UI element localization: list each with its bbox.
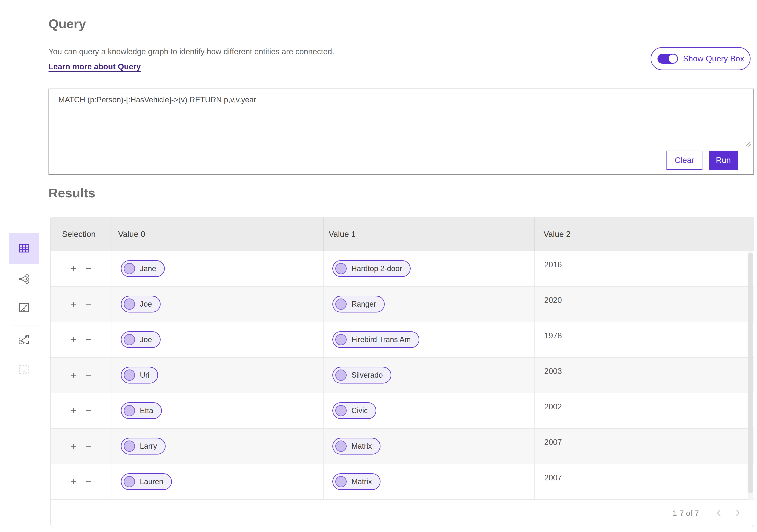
remove-selection-button[interactable]: − xyxy=(85,406,91,416)
table-scrollbar-thumb[interactable] xyxy=(747,253,753,493)
remove-selection-button[interactable]: − xyxy=(85,370,91,380)
query-description: You can query a knowledge graph to ident… xyxy=(48,47,334,56)
node-label: Larry xyxy=(140,442,157,451)
chevron-left-icon xyxy=(716,509,721,518)
add-selection-button[interactable]: + xyxy=(70,406,76,416)
map-view-icon xyxy=(19,303,29,313)
node-circle-icon xyxy=(124,370,135,381)
value2-cell: 2020 xyxy=(535,287,754,322)
node-label: Hardtop 2-door xyxy=(351,264,402,273)
vehicle-node-pill[interactable]: Matrix xyxy=(332,473,380,490)
value1-cell: Firebird Trans Am xyxy=(324,322,535,357)
selection-cell: + − xyxy=(50,429,111,464)
table-row: + − Uri Silverado 2003 xyxy=(50,358,754,393)
selection-cell: + − xyxy=(50,464,111,499)
next-page-button[interactable] xyxy=(735,509,741,518)
results-section-title: Results xyxy=(48,185,95,200)
vehicle-node-pill[interactable]: Ranger xyxy=(332,296,385,313)
value2-cell: 2002 xyxy=(535,393,754,428)
sidebar-item-map-view[interactable] xyxy=(9,298,39,318)
table-view-icon xyxy=(19,244,29,253)
person-node-pill[interactable]: Uri xyxy=(121,367,158,383)
node-label: Silverado xyxy=(351,371,383,379)
selection-cell: + − xyxy=(50,287,111,322)
vehicle-node-pill[interactable]: Silverado xyxy=(332,367,391,383)
vehicle-node-pill[interactable]: Hardtop 2-door xyxy=(332,260,410,277)
remove-selection-button[interactable]: − xyxy=(85,477,91,487)
sidebar-item-table-view[interactable] xyxy=(9,233,39,264)
query-page: Query You can query a knowledge graph to… xyxy=(0,0,757,532)
table-scrollbar-track[interactable] xyxy=(747,251,753,500)
node-label: Jane xyxy=(140,264,156,273)
node-circle-icon xyxy=(335,298,347,310)
value1-cell: Civic xyxy=(324,393,535,428)
selection-cell: + − xyxy=(50,393,111,428)
table-row: + − Lauren Matrix 2007 xyxy=(50,464,754,500)
value1-cell: Matrix xyxy=(324,464,535,499)
toggle-knob xyxy=(669,54,677,63)
show-query-box-toggle[interactable]: Show Query Box xyxy=(651,47,750,70)
remove-selection-button[interactable]: − xyxy=(85,335,91,345)
node-label: Joe xyxy=(140,335,152,344)
sidebar-item-network-view[interactable] xyxy=(9,269,39,289)
network-view-icon xyxy=(18,274,29,285)
query-input[interactable]: MATCH (p:Person)-[:HasVehicle]->(v) RETU… xyxy=(49,89,753,146)
sidebar-divider xyxy=(12,325,39,325)
remove-selection-button[interactable]: − xyxy=(85,441,91,451)
toggle-switch-icon xyxy=(657,54,678,64)
node-circle-icon xyxy=(124,263,135,274)
node-circle-icon xyxy=(335,476,347,487)
run-button[interactable]: Run xyxy=(709,151,738,170)
person-node-pill[interactable]: Etta xyxy=(121,402,162,419)
clear-button[interactable]: Clear xyxy=(666,151,703,170)
add-selection-button[interactable]: + xyxy=(70,299,76,309)
vehicle-node-pill[interactable]: Matrix xyxy=(332,438,380,455)
person-node-pill[interactable]: Larry xyxy=(121,438,166,455)
value0-cell: Larry xyxy=(111,429,324,464)
vehicle-node-pill[interactable]: Firebird Trans Am xyxy=(332,331,419,348)
value2-cell: 2016 xyxy=(535,251,754,286)
column-header-value1: Value 1 xyxy=(324,217,535,251)
query-editor-panel: MATCH (p:Person)-[:HasVehicle]->(v) RETU… xyxy=(48,89,754,175)
chevron-right-icon xyxy=(735,509,741,518)
node-label: Firebird Trans Am xyxy=(351,335,411,344)
learn-more-link[interactable]: Learn more about Query xyxy=(48,62,141,71)
selection-tool-icon xyxy=(19,365,29,375)
node-label: Ranger xyxy=(351,300,376,309)
vehicle-node-pill[interactable]: Civic xyxy=(332,402,376,419)
table-footer: 1-7 of 7 xyxy=(50,500,754,527)
prev-page-button[interactable] xyxy=(716,509,721,518)
value1-cell: Silverado xyxy=(324,358,535,393)
node-label: Joe xyxy=(140,300,152,309)
value1-cell: Ranger xyxy=(324,287,535,322)
remove-selection-button[interactable]: − xyxy=(85,264,91,274)
person-node-pill[interactable]: Joe xyxy=(121,331,161,348)
column-header-value0: Value 0 xyxy=(111,217,324,251)
value2-cell: 2003 xyxy=(535,358,754,393)
value0-cell: Lauren xyxy=(111,464,324,499)
node-circle-icon xyxy=(335,440,347,452)
toggle-label: Show Query Box xyxy=(683,54,744,63)
add-selection-button[interactable]: + xyxy=(70,264,76,274)
add-selection-button[interactable]: + xyxy=(70,477,76,487)
resize-handle-icon[interactable] xyxy=(743,139,751,147)
query-actions-bar: Clear Run xyxy=(49,146,753,174)
person-node-pill[interactable]: Lauren xyxy=(121,473,172,490)
sidebar-item-graph-extract[interactable] xyxy=(9,330,39,350)
selection-cell: + − xyxy=(50,322,111,357)
add-selection-button[interactable]: + xyxy=(70,370,76,380)
table-row: + − Larry Matrix 2007 xyxy=(50,429,754,464)
graph-extract-icon xyxy=(19,335,29,345)
node-circle-icon xyxy=(335,263,347,274)
remove-selection-button[interactable]: − xyxy=(85,299,91,309)
person-node-pill[interactable]: Joe xyxy=(121,296,161,313)
query-section-title: Query xyxy=(48,16,86,31)
node-label: Lauren xyxy=(140,477,163,486)
column-header-selection: Selection xyxy=(50,217,111,251)
person-node-pill[interactable]: Jane xyxy=(121,260,165,277)
add-selection-button[interactable]: + xyxy=(70,335,76,345)
add-selection-button[interactable]: + xyxy=(70,441,76,451)
results-table: Selection Value 0 Value 1 Value 2 + − Ja… xyxy=(50,217,754,527)
value0-cell: Etta xyxy=(111,393,324,428)
value1-cell: Matrix xyxy=(324,429,535,464)
